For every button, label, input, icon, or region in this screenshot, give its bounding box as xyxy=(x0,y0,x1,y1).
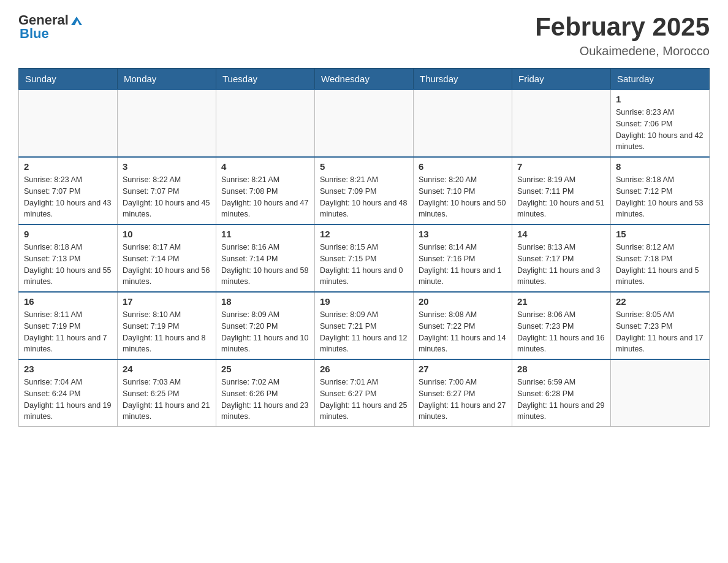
calendar-cell: 24Sunrise: 7:03 AM Sunset: 6:25 PM Dayli… xyxy=(118,359,216,427)
calendar-cell: 20Sunrise: 8:08 AM Sunset: 7:22 PM Dayli… xyxy=(414,292,512,359)
calendar-cell: 10Sunrise: 8:17 AM Sunset: 7:14 PM Dayli… xyxy=(118,224,216,292)
day-number: 5 xyxy=(320,161,408,172)
day-number: 19 xyxy=(320,296,408,307)
calendar-cell: 14Sunrise: 8:13 AM Sunset: 7:17 PM Dayli… xyxy=(512,224,611,292)
calendar-cell: 23Sunrise: 7:04 AM Sunset: 6:24 PM Dayli… xyxy=(19,359,118,427)
calendar-cell: 25Sunrise: 7:02 AM Sunset: 6:26 PM Dayli… xyxy=(216,359,315,427)
day-info: Sunrise: 8:20 AM Sunset: 7:10 PM Dayligh… xyxy=(419,174,507,220)
calendar-week-row: 1Sunrise: 8:23 AM Sunset: 7:06 PM Daylig… xyxy=(19,90,710,157)
weekday-header-wednesday: Wednesday xyxy=(315,69,414,90)
day-number: 21 xyxy=(517,296,605,307)
day-info: Sunrise: 8:18 AM Sunset: 7:12 PM Dayligh… xyxy=(616,174,704,220)
day-number: 8 xyxy=(616,161,704,172)
day-number: 6 xyxy=(419,161,507,172)
day-info: Sunrise: 8:18 AM Sunset: 7:13 PM Dayligh… xyxy=(24,242,112,288)
weekday-header-saturday: Saturday xyxy=(611,69,710,90)
day-info: Sunrise: 8:19 AM Sunset: 7:11 PM Dayligh… xyxy=(517,174,605,220)
day-info: Sunrise: 7:03 AM Sunset: 6:25 PM Dayligh… xyxy=(123,377,211,423)
calendar-table: SundayMondayTuesdayWednesdayThursdayFrid… xyxy=(18,68,710,427)
weekday-header-row: SundayMondayTuesdayWednesdayThursdayFrid… xyxy=(19,69,710,90)
calendar-cell: 12Sunrise: 8:15 AM Sunset: 7:15 PM Dayli… xyxy=(315,224,414,292)
day-info: Sunrise: 8:11 AM Sunset: 7:19 PM Dayligh… xyxy=(24,309,112,355)
day-number: 3 xyxy=(123,161,211,172)
day-number: 17 xyxy=(123,296,211,307)
calendar-cell: 2Sunrise: 8:23 AM Sunset: 7:07 PM Daylig… xyxy=(19,157,118,224)
day-info: Sunrise: 8:10 AM Sunset: 7:19 PM Dayligh… xyxy=(123,309,211,355)
day-info: Sunrise: 8:05 AM Sunset: 7:23 PM Dayligh… xyxy=(616,309,704,355)
logo-text-blue: Blue xyxy=(20,26,49,42)
calendar-cell xyxy=(315,90,414,157)
day-info: Sunrise: 7:00 AM Sunset: 6:27 PM Dayligh… xyxy=(419,377,507,423)
calendar-cell: 11Sunrise: 8:16 AM Sunset: 7:14 PM Dayli… xyxy=(216,224,315,292)
month-title: February 2025 xyxy=(535,12,710,42)
day-info: Sunrise: 8:17 AM Sunset: 7:14 PM Dayligh… xyxy=(123,242,211,288)
day-number: 12 xyxy=(320,229,408,239)
calendar-cell xyxy=(216,90,315,157)
day-info: Sunrise: 8:09 AM Sunset: 7:20 PM Dayligh… xyxy=(221,309,309,355)
day-info: Sunrise: 8:22 AM Sunset: 7:07 PM Dayligh… xyxy=(123,174,211,220)
day-number: 28 xyxy=(517,364,605,374)
day-number: 10 xyxy=(123,229,211,239)
calendar-cell: 17Sunrise: 8:10 AM Sunset: 7:19 PM Dayli… xyxy=(118,292,216,359)
day-info: Sunrise: 8:08 AM Sunset: 7:22 PM Dayligh… xyxy=(419,309,507,355)
day-number: 25 xyxy=(221,364,309,374)
title-section: February 2025 Oukaimedene, Morocco xyxy=(535,12,710,58)
day-info: Sunrise: 8:21 AM Sunset: 7:09 PM Dayligh… xyxy=(320,174,408,220)
day-info: Sunrise: 7:02 AM Sunset: 6:26 PM Dayligh… xyxy=(221,377,309,423)
logo: General Blue xyxy=(18,12,83,42)
day-number: 9 xyxy=(24,229,112,239)
location: Oukaimedene, Morocco xyxy=(535,44,710,58)
weekday-header-tuesday: Tuesday xyxy=(216,69,315,90)
day-info: Sunrise: 8:15 AM Sunset: 7:15 PM Dayligh… xyxy=(320,242,408,288)
calendar-cell xyxy=(118,90,216,157)
day-info: Sunrise: 6:59 AM Sunset: 6:28 PM Dayligh… xyxy=(517,377,605,423)
calendar-week-row: 16Sunrise: 8:11 AM Sunset: 7:19 PM Dayli… xyxy=(19,292,710,359)
day-info: Sunrise: 8:12 AM Sunset: 7:18 PM Dayligh… xyxy=(616,242,704,288)
weekday-header-thursday: Thursday xyxy=(414,69,512,90)
calendar-cell: 4Sunrise: 8:21 AM Sunset: 7:08 PM Daylig… xyxy=(216,157,315,224)
day-info: Sunrise: 8:06 AM Sunset: 7:23 PM Dayligh… xyxy=(517,309,605,355)
day-number: 1 xyxy=(616,94,704,104)
calendar-cell xyxy=(512,90,611,157)
calendar-cell: 19Sunrise: 8:09 AM Sunset: 7:21 PM Dayli… xyxy=(315,292,414,359)
day-info: Sunrise: 8:21 AM Sunset: 7:08 PM Dayligh… xyxy=(221,174,309,220)
day-number: 2 xyxy=(24,161,112,172)
calendar-cell: 7Sunrise: 8:19 AM Sunset: 7:11 PM Daylig… xyxy=(512,157,611,224)
day-number: 27 xyxy=(419,364,507,374)
day-info: Sunrise: 8:23 AM Sunset: 7:07 PM Dayligh… xyxy=(24,174,112,220)
weekday-header-sunday: Sunday xyxy=(19,69,118,90)
weekday-header-friday: Friday xyxy=(512,69,611,90)
day-info: Sunrise: 8:16 AM Sunset: 7:14 PM Dayligh… xyxy=(221,242,309,288)
calendar-cell: 22Sunrise: 8:05 AM Sunset: 7:23 PM Dayli… xyxy=(611,292,710,359)
day-info: Sunrise: 8:09 AM Sunset: 7:21 PM Dayligh… xyxy=(320,309,408,355)
day-number: 20 xyxy=(419,296,507,307)
calendar-cell xyxy=(611,359,710,427)
day-number: 23 xyxy=(24,364,112,374)
calendar-cell: 8Sunrise: 8:18 AM Sunset: 7:12 PM Daylig… xyxy=(611,157,710,224)
calendar-cell: 16Sunrise: 8:11 AM Sunset: 7:19 PM Dayli… xyxy=(19,292,118,359)
day-number: 15 xyxy=(616,229,704,239)
calendar-cell: 1Sunrise: 8:23 AM Sunset: 7:06 PM Daylig… xyxy=(611,90,710,157)
day-number: 4 xyxy=(221,161,309,172)
calendar-cell: 6Sunrise: 8:20 AM Sunset: 7:10 PM Daylig… xyxy=(414,157,512,224)
day-info: Sunrise: 8:23 AM Sunset: 7:06 PM Dayligh… xyxy=(616,107,704,153)
logo-triangle-icon xyxy=(70,14,83,28)
day-number: 24 xyxy=(123,364,211,374)
calendar-cell: 27Sunrise: 7:00 AM Sunset: 6:27 PM Dayli… xyxy=(414,359,512,427)
day-info: Sunrise: 8:13 AM Sunset: 7:17 PM Dayligh… xyxy=(517,242,605,288)
weekday-header-monday: Monday xyxy=(118,69,216,90)
page-header: General Blue February 2025 Oukaimedene, … xyxy=(18,12,710,58)
day-number: 26 xyxy=(320,364,408,374)
calendar-week-row: 9Sunrise: 8:18 AM Sunset: 7:13 PM Daylig… xyxy=(19,224,710,292)
calendar-cell: 26Sunrise: 7:01 AM Sunset: 6:27 PM Dayli… xyxy=(315,359,414,427)
day-number: 22 xyxy=(616,296,704,307)
calendar-cell xyxy=(414,90,512,157)
calendar-week-row: 23Sunrise: 7:04 AM Sunset: 6:24 PM Dayli… xyxy=(19,359,710,427)
day-number: 13 xyxy=(419,229,507,239)
calendar-cell: 15Sunrise: 8:12 AM Sunset: 7:18 PM Dayli… xyxy=(611,224,710,292)
calendar-cell: 18Sunrise: 8:09 AM Sunset: 7:20 PM Dayli… xyxy=(216,292,315,359)
calendar-cell: 9Sunrise: 8:18 AM Sunset: 7:13 PM Daylig… xyxy=(19,224,118,292)
calendar-week-row: 2Sunrise: 8:23 AM Sunset: 7:07 PM Daylig… xyxy=(19,157,710,224)
day-info: Sunrise: 7:01 AM Sunset: 6:27 PM Dayligh… xyxy=(320,377,408,423)
day-number: 7 xyxy=(517,161,605,172)
